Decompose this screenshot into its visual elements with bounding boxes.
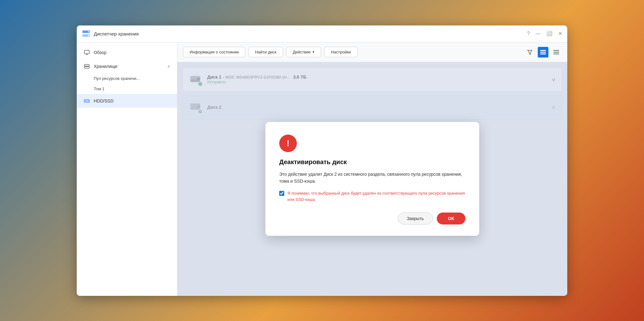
find-disk-button[interactable]: Найти диск xyxy=(248,47,283,57)
storage-icon xyxy=(84,63,90,69)
sidebar-storage-label: Хранилище xyxy=(94,64,118,69)
sidebar-item-hdd[interactable]: HDD/SSD xyxy=(77,94,177,108)
sidebar-hdd-label: HDD/SSD xyxy=(94,98,114,103)
window-controls: ? — ⬜ ✕ xyxy=(527,31,562,36)
svg-marker-12 xyxy=(528,50,532,54)
maximize-button[interactable]: ⬜ xyxy=(546,31,552,36)
svg-rect-7 xyxy=(84,64,89,66)
svg-rect-14 xyxy=(540,52,546,53)
sidebar-item-overview[interactable]: Обзор xyxy=(77,46,177,59)
dropdown-arrow-icon: ▾ xyxy=(313,50,314,54)
confirm-checkbox-label: Я понимаю, что выбранный диск будет удал… xyxy=(287,190,465,202)
action-button[interactable]: Действие ▾ xyxy=(286,47,321,57)
sidebar-item-storage[interactable]: Хранилище ∧ xyxy=(77,59,177,73)
toolbar-right xyxy=(525,47,562,58)
warning-icon: ! xyxy=(279,135,297,152)
minimize-button[interactable]: — xyxy=(536,31,541,36)
confirm-checkbox[interactable] xyxy=(279,191,284,196)
svg-rect-4 xyxy=(84,50,89,54)
menu-button[interactable] xyxy=(551,47,562,58)
right-panel: Информация о состоянии Найти диск Действ… xyxy=(177,42,567,296)
monitor-icon xyxy=(84,49,90,56)
settings-button[interactable]: Настройки xyxy=(324,47,358,57)
close-button[interactable]: ✕ xyxy=(558,31,562,36)
ok-button[interactable]: ОК xyxy=(437,213,465,224)
status-info-button[interactable]: Информация о состоянии xyxy=(183,47,245,57)
main-window: Диспетчер хранения ? — ⬜ ✕ Обзор xyxy=(77,25,567,296)
sidebar: Обзор Хранилище ∧ Пул ресурсов хранени..… xyxy=(77,42,177,296)
content-area: Диск 1 - WDC WD4003FRYZ-01F0DB0 (H... 3.… xyxy=(177,62,567,296)
app-icon xyxy=(82,29,91,38)
window-title: Диспетчер хранения xyxy=(94,31,527,36)
list-view-button[interactable] xyxy=(538,47,548,58)
deactivate-disk-dialog: ! Деактивировать диск Это действие удали… xyxy=(265,122,479,236)
close-button[interactable]: Закрыть xyxy=(398,213,433,224)
sidebar-item-volume[interactable]: Том 1 xyxy=(94,84,177,94)
dialog-title: Деактивировать диск xyxy=(279,158,465,166)
svg-point-2 xyxy=(88,31,89,32)
dialog-checkbox-row: Я понимаю, что выбранный диск будет удал… xyxy=(279,190,465,202)
svg-rect-13 xyxy=(540,50,546,51)
svg-point-3 xyxy=(88,35,89,36)
sidebar-sub-pool: Пул ресурсов хранени... Том 1 xyxy=(77,73,177,94)
help-button[interactable]: ? xyxy=(527,31,530,36)
svg-rect-15 xyxy=(540,53,546,54)
titlebar: Диспетчер хранения ? — ⬜ ✕ xyxy=(77,25,567,42)
svg-point-10 xyxy=(88,100,89,101)
hdd-icon xyxy=(84,98,90,104)
chevron-up-icon: ∧ xyxy=(167,64,170,69)
main-content: Обзор Хранилище ∧ Пул ресурсов хранени..… xyxy=(77,42,567,296)
toolbar: Информация о состоянии Найти диск Действ… xyxy=(177,42,567,62)
svg-rect-8 xyxy=(84,67,89,68)
sidebar-item-pool[interactable]: Пул ресурсов хранени... xyxy=(94,73,177,84)
dialog-buttons: Закрыть ОК xyxy=(279,213,465,224)
filter-button[interactable] xyxy=(525,47,535,58)
dialog-overlay: ! Деактивировать диск Это действие удали… xyxy=(177,62,567,296)
sidebar-overview-label: Обзор xyxy=(94,50,106,55)
dialog-body: Это действие удалит Диск 2 из системного… xyxy=(279,171,465,185)
